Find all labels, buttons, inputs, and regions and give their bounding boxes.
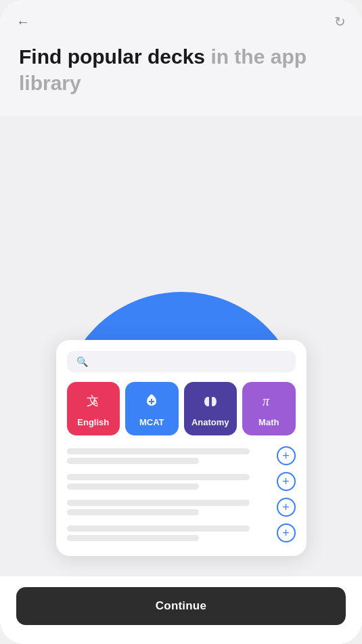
category-math[interactable]: π Math xyxy=(242,382,296,435)
list-line-top xyxy=(67,525,250,532)
list-line-top xyxy=(67,474,250,480)
svg-rect-6 xyxy=(209,397,212,406)
svg-text:A: A xyxy=(93,399,98,406)
anatomy-label: Anatomy xyxy=(191,417,229,427)
mcat-icon xyxy=(139,389,164,413)
illustration-area: 🔍 文 A English xyxy=(0,116,362,576)
english-label: English xyxy=(77,417,109,427)
header-section: Find popular decks in the app library xyxy=(0,37,362,116)
list-item: + xyxy=(67,446,296,465)
deck-list: + + + xyxy=(67,446,296,542)
category-row: 文 A English MCAT xyxy=(67,382,296,435)
deck-card-panel: 🔍 文 A English xyxy=(56,340,307,556)
refresh-button[interactable]: ↻ xyxy=(334,14,346,30)
category-mcat[interactable]: MCAT xyxy=(125,382,179,435)
add-deck-button[interactable]: + xyxy=(277,523,296,542)
list-item-lines xyxy=(67,474,270,490)
anatomy-icon xyxy=(198,389,223,413)
list-line-bottom xyxy=(67,535,199,541)
category-anatomy[interactable]: Anatomy xyxy=(184,382,237,435)
svg-text:π: π xyxy=(263,393,270,408)
list-line-bottom xyxy=(67,509,199,515)
continue-bar: Continue xyxy=(0,576,362,644)
list-line-bottom xyxy=(67,458,199,464)
english-icon: 文 A xyxy=(81,389,106,413)
title-bold: Find popular decks xyxy=(19,45,210,68)
list-item: + xyxy=(67,498,296,517)
list-item: + xyxy=(67,523,296,542)
list-line-top xyxy=(67,448,250,454)
list-item-lines xyxy=(67,500,270,515)
search-bar[interactable]: 🔍 xyxy=(67,351,296,372)
continue-button[interactable]: Continue xyxy=(16,587,346,625)
math-icon: π xyxy=(256,389,281,413)
mcat-label: MCAT xyxy=(139,417,164,427)
category-english[interactable]: 文 A English xyxy=(67,382,120,435)
list-item: + xyxy=(67,472,296,491)
search-input[interactable] xyxy=(93,356,286,367)
top-bar: ← ↻ xyxy=(0,0,362,37)
add-deck-button[interactable]: + xyxy=(277,498,296,517)
back-button[interactable]: ← xyxy=(16,14,30,30)
list-line-bottom xyxy=(67,484,199,490)
list-item-lines xyxy=(67,448,270,464)
phone-screen: ← ↻ Find popular decks in the app librar… xyxy=(0,0,362,644)
add-deck-button[interactable]: + xyxy=(277,446,296,465)
page-title: Find popular decks in the app library xyxy=(19,43,343,96)
search-icon: 🔍 xyxy=(76,356,88,367)
add-deck-button[interactable]: + xyxy=(277,472,296,491)
math-label: Math xyxy=(258,417,279,427)
list-line-top xyxy=(67,500,250,506)
list-item-lines xyxy=(67,525,270,541)
